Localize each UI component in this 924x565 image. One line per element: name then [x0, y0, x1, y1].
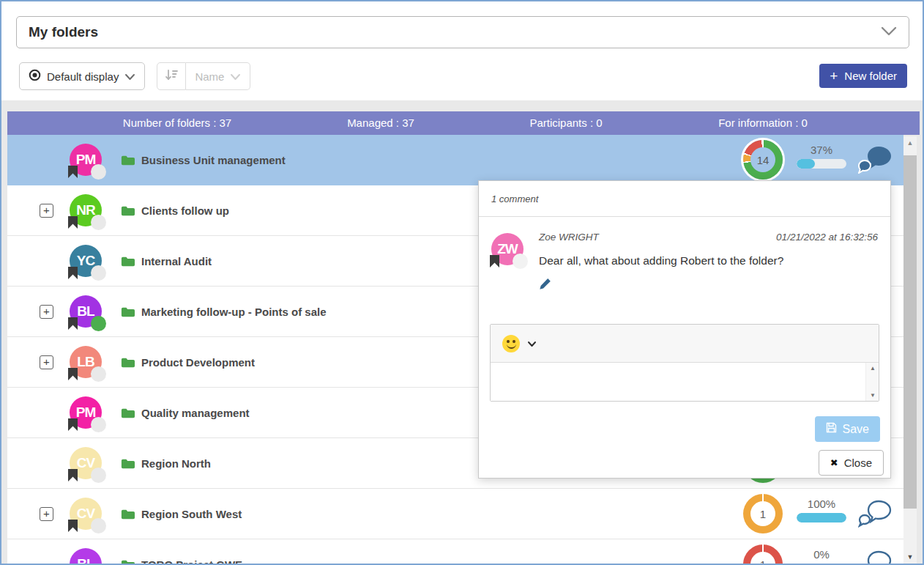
new-folder-button[interactable]: + New folder — [819, 64, 907, 88]
progress-block: 0% — [789, 548, 854, 565]
page-title: My folders — [29, 24, 98, 40]
bookmark-icon — [68, 166, 78, 178]
emoji-picker-icon[interactable] — [502, 335, 520, 352]
status-dot — [91, 265, 106, 281]
folder-icon — [121, 306, 135, 321]
comment-author: Zoe WRIGHT — [539, 232, 599, 243]
toolbar: Default display Name — [19, 62, 250, 90]
owner-avatar[interactable]: LB — [70, 346, 102, 378]
sort-field-dropdown[interactable]: Name — [186, 62, 250, 90]
actions-count: 14 — [757, 154, 770, 166]
folder-row[interactable]: PM Business Unit management 14 37% — [7, 135, 903, 185]
owner-avatar[interactable]: NR — [70, 194, 102, 226]
folder-icon — [121, 357, 135, 372]
scroll-up-arrow-icon[interactable]: ▲ — [903, 136, 917, 149]
folder-icon — [121, 407, 135, 422]
comments-icon[interactable] — [858, 500, 892, 531]
owner-initials: LB — [77, 354, 94, 370]
actions-count: 1 — [760, 508, 766, 520]
owner-avatar[interactable]: CV — [70, 498, 102, 530]
status-dot — [91, 468, 106, 483]
status-dot — [91, 316, 106, 331]
my-folders-page: My folders Default display — [0, 0, 924, 565]
scroll-down-arrow-icon[interactable]: ▼ — [866, 392, 879, 399]
progress-block: 37% — [789, 144, 854, 169]
stats-item: For information : 0 — [718, 111, 808, 135]
folder-view-select[interactable]: My folders — [16, 16, 909, 48]
status-dot — [91, 518, 106, 533]
stats-item: Number of folders : 37 — [123, 111, 231, 135]
status-dot — [91, 417, 106, 432]
expand-plus-icon[interactable]: + — [40, 507, 53, 521]
comments-icon[interactable] — [858, 146, 892, 177]
progress-percent: 0% — [789, 548, 854, 561]
sort-direction-button[interactable] — [157, 62, 186, 90]
status-dot — [513, 254, 528, 269]
bookmark-icon — [68, 418, 78, 431]
comment-popup: 1 comment ZW Zoe WRIGHT 01/21/2022 at 16… — [478, 180, 891, 479]
bookmark-icon — [68, 317, 78, 330]
list-scrollbar[interactable]: ▲ ▼ — [903, 136, 917, 564]
owner-avatar[interactable]: PM — [70, 144, 102, 176]
comment-timestamp: 01/21/2022 at 16:32:56 — [776, 232, 878, 243]
folder-name: Internal Audit — [141, 236, 212, 287]
expand-plus-icon[interactable]: + — [40, 355, 53, 369]
progress-percent: 37% — [789, 144, 854, 156]
close-button[interactable]: ✖ Close — [819, 450, 884, 476]
commenter-avatar[interactable]: ZW — [491, 233, 524, 265]
sort-field-label: Name — [195, 70, 224, 83]
chevron-down-icon[interactable] — [527, 337, 537, 350]
actions-donut-chart: 1 — [743, 494, 783, 533]
comments-icon[interactable] — [858, 550, 892, 565]
folder-row[interactable]: + CV Region South West 1 100% — [7, 489, 903, 539]
owner-avatar[interactable]: BL — [70, 548, 102, 565]
folder-name: Clients follow up — [141, 185, 229, 236]
sort-amount-icon — [164, 67, 179, 85]
scroll-up-arrow-icon[interactable]: ▲ — [866, 365, 879, 372]
save-button[interactable]: Save — [815, 416, 880, 442]
owner-avatar[interactable]: CV — [70, 447, 102, 479]
actions-donut-chart: 14 — [743, 140, 783, 180]
owner-avatar[interactable]: PM — [70, 396, 102, 429]
bookmark-icon — [490, 255, 499, 267]
actions-donut-chart: 1 — [743, 544, 783, 565]
folder-name: Region North — [141, 438, 211, 489]
folder-name: TORO Project GWE — [141, 539, 242, 565]
expand-plus-icon[interactable]: + — [40, 204, 53, 218]
comment-input[interactable] — [491, 363, 879, 401]
comment-meta: Zoe WRIGHT 01/21/2022 at 16:32:56 — [539, 232, 878, 243]
folder-name: Quality management — [141, 388, 250, 438]
display-mode-dropdown[interactable]: Default display — [19, 62, 145, 90]
folder-icon — [121, 458, 135, 473]
chevron-down-icon — [881, 26, 897, 39]
progress-percent: 100% — [789, 498, 854, 510]
progress-bar — [797, 159, 846, 169]
comment-editor: ▲ ▼ — [490, 324, 879, 402]
folder-icon — [121, 205, 135, 220]
stats-item: Managed : 37 — [347, 111, 414, 135]
actions-count: 1 — [760, 558, 766, 565]
close-x-icon: ✖ — [830, 457, 838, 468]
owner-avatar[interactable]: YC — [70, 245, 102, 277]
owner-initials: CV — [77, 506, 94, 522]
bookmark-icon — [68, 520, 78, 532]
expand-plus-icon[interactable]: + — [40, 305, 53, 319]
owner-initials: BL — [77, 556, 94, 565]
owner-initials: BL — [77, 303, 94, 320]
scrollbar-thumb[interactable] — [903, 155, 917, 509]
owner-initials: PM — [76, 152, 96, 168]
save-label: Save — [843, 423, 869, 436]
folder-row[interactable]: BL TORO Project GWE 1 0% — [7, 539, 903, 565]
sort-controls: Name — [157, 62, 250, 90]
folder-icon — [121, 559, 135, 565]
progress-block: 100% — [789, 498, 854, 522]
edit-comment-pencil-icon[interactable] — [539, 278, 878, 293]
owner-initials: CV — [77, 455, 94, 471]
textarea-scrollbar[interactable]: ▲ ▼ — [865, 363, 879, 401]
folder-name: Region South West — [141, 489, 242, 539]
stats-item: Participants : 0 — [529, 111, 602, 135]
status-dot — [91, 215, 106, 230]
owner-avatar[interactable]: BL — [70, 295, 102, 328]
scroll-down-arrow-icon[interactable]: ▼ — [903, 550, 917, 564]
folder-icon — [121, 256, 135, 270]
